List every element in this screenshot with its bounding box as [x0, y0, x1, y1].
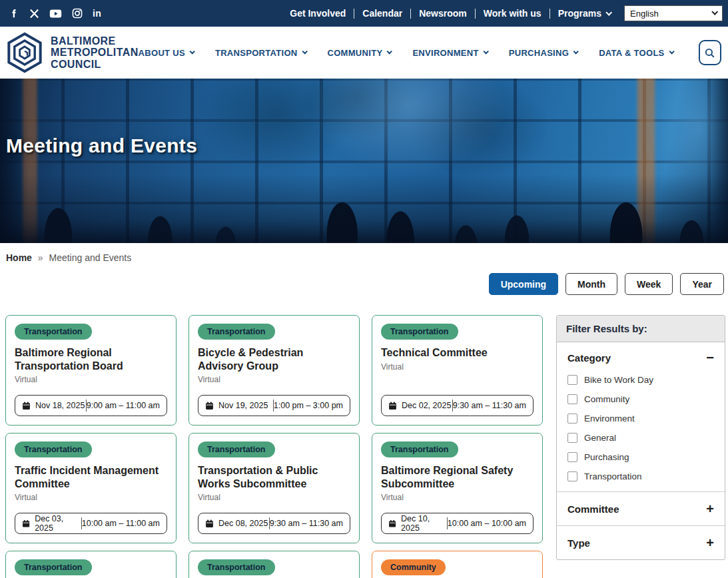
event-date: Nov 18, 2025 — [35, 401, 85, 410]
divider — [475, 9, 476, 19]
event-card[interactable]: Transportation Traffic Incident Manageme… — [5, 433, 177, 543]
top-link-calendar[interactable]: Calendar — [362, 8, 402, 19]
category-badge: Transportation — [198, 324, 275, 340]
expand-icon[interactable]: + — [706, 502, 714, 515]
nav-transportation[interactable]: TRANSPORTATION — [215, 48, 306, 58]
event-card[interactable]: Transportation Bicycle & Pedestrian Advi… — [188, 315, 360, 426]
linkedin-icon[interactable]: in — [93, 8, 101, 19]
breadcrumb-separator: » — [38, 252, 43, 263]
tab-year[interactable]: Year — [680, 273, 724, 295]
divider — [549, 9, 550, 19]
top-link-programs[interactable]: Programs — [558, 8, 611, 19]
nav-data-tools[interactable]: DATA & TOOLS — [599, 48, 673, 58]
event-title[interactable]: Traffic Incident Management Committee — [15, 464, 167, 490]
checkbox[interactable] — [567, 471, 577, 481]
filter-option-community[interactable]: Community — [567, 394, 714, 404]
top-utility-bar: in Get Involved Calendar Newsroom Work w… — [0, 0, 728, 27]
event-title[interactable]: Bicycle & Pedestrian Advisory Group — [198, 346, 350, 372]
calendar-icon — [388, 402, 397, 410]
search-icon — [704, 47, 715, 59]
filter-section-committee-header[interactable]: Committee + — [567, 502, 714, 515]
top-links: Get Involved Calendar Newsroom Work with… — [290, 5, 723, 21]
x-twitter-icon[interactable] — [29, 9, 39, 19]
event-location: Virtual — [381, 493, 404, 502]
category-badge: Transportation — [15, 559, 92, 575]
filter-option-transportation[interactable]: Transportation — [567, 471, 714, 481]
top-link-work-with-us[interactable]: Work with us — [484, 8, 542, 19]
collapse-icon[interactable]: − — [706, 351, 714, 364]
event-date: Dec 08, 2025 — [218, 519, 268, 528]
event-card[interactable]: Transportation — [188, 551, 360, 578]
event-card[interactable]: Transportation Technical Committee Virtu… — [372, 315, 543, 426]
checkbox[interactable] — [567, 375, 577, 385]
event-card[interactable]: Transportation Transportation & Public W… — [188, 433, 360, 543]
filter-option-purchasing[interactable]: Purchasing — [567, 452, 714, 462]
checkbox[interactable] — [567, 433, 577, 443]
filter-option-bike-to-work-day[interactable]: Bike to Work Day — [567, 375, 714, 385]
page-title: Meeting and Events — [6, 135, 197, 157]
filter-section-category-header[interactable]: Category − — [567, 351, 714, 364]
event-location: Virtual — [381, 362, 404, 372]
event-card[interactable]: Transportation — [5, 551, 177, 578]
divider — [354, 9, 354, 19]
category-badge: Transportation — [381, 441, 458, 457]
tab-upcoming[interactable]: Upcoming — [489, 273, 558, 295]
nav-purchasing[interactable]: PURCHASING — [509, 48, 577, 58]
filter-option-environment[interactable]: Environment — [567, 414, 714, 424]
event-datetime: Dec 10, 2025 10:00 am – 10:00 am — [381, 513, 534, 534]
youtube-icon[interactable] — [49, 9, 62, 19]
calendar-icon — [22, 519, 30, 528]
event-card[interactable]: Transportation Baltimore Regional Safety… — [372, 433, 543, 543]
search-button[interactable] — [699, 40, 721, 65]
event-title[interactable]: Technical Committee — [381, 346, 488, 360]
logo[interactable]: BALTIMORE METROPOLITAN COUNCIL — [5, 32, 139, 73]
top-link-newsroom[interactable]: Newsroom — [419, 8, 467, 19]
calendar-icon — [205, 402, 214, 410]
main-navigation: ABOUT US TRANSPORTATION COMMUNITY ENVIRO… — [139, 40, 721, 65]
event-date: Nov 19, 2025 — [218, 401, 268, 410]
event-title[interactable]: Baltimore Regional Safety Subcommittee — [381, 464, 534, 490]
facebook-icon[interactable] — [9, 8, 19, 19]
category-badge: Transportation — [198, 441, 275, 457]
calendar-icon — [22, 402, 31, 410]
event-title[interactable]: Transportation & Public Works Subcommitt… — [198, 464, 350, 490]
checkbox[interactable] — [567, 394, 577, 404]
bmc-hexagon-logo-icon — [5, 32, 44, 73]
event-datetime: Nov 19, 2025 1:00 pm – 3:00 pm — [198, 395, 350, 416]
event-date: Dec 03, 2025 — [35, 514, 81, 533]
breadcrumb-current: Meeting and Events — [49, 252, 131, 263]
event-date: Dec 10, 2025 — [401, 514, 447, 533]
event-time: 1:00 pm – 3:00 pm — [274, 401, 343, 410]
nav-about-us[interactable]: ABOUT US — [139, 48, 194, 58]
hero-banner: Meeting and Events — [0, 79, 728, 243]
instagram-icon[interactable] — [72, 8, 83, 19]
filter-sidebar-title: Filter Results by: — [557, 316, 725, 342]
top-link-get-involved[interactable]: Get Involved — [290, 8, 346, 19]
category-badge: Transportation — [381, 324, 458, 340]
event-datetime: Dec 08, 2025 9:30 am – 11:30 am — [198, 513, 350, 534]
nav-community[interactable]: COMMUNITY — [328, 48, 392, 58]
event-title[interactable]: Baltimore Regional Transportation Board — [15, 346, 167, 372]
event-datetime: Dec 02, 2025 9:30 am – 11:30 am — [381, 395, 534, 416]
divider — [410, 9, 411, 19]
expand-icon[interactable]: + — [706, 536, 714, 549]
filter-option-general[interactable]: General — [567, 433, 714, 443]
checkbox[interactable] — [567, 414, 577, 424]
category-badge: Transportation — [15, 324, 92, 340]
event-card[interactable]: Transportation Baltimore Regional Transp… — [5, 315, 177, 426]
language-select[interactable]: English — [624, 5, 723, 21]
chevron-down-icon — [189, 49, 194, 54]
nav-environment[interactable]: ENVIRONMENT — [412, 48, 487, 58]
breadcrumb-home-link[interactable]: Home — [6, 252, 32, 263]
filter-section-type-header[interactable]: Type + — [567, 536, 714, 549]
chevron-down-icon — [573, 49, 579, 54]
tab-month[interactable]: Month — [565, 273, 617, 295]
filter-section-category: Category − Bike to Work Day Community En… — [557, 342, 725, 492]
category-badge: Community — [381, 559, 446, 575]
events-grid: Transportation Baltimore Regional Transp… — [5, 315, 543, 578]
calendar-view-tabs: Upcoming Month Week Year — [0, 263, 728, 295]
event-time: 9:30 am – 11:30 am — [270, 519, 343, 528]
event-card[interactable]: Community — [372, 551, 543, 578]
checkbox[interactable] — [567, 452, 577, 462]
tab-week[interactable]: Week — [625, 273, 673, 295]
